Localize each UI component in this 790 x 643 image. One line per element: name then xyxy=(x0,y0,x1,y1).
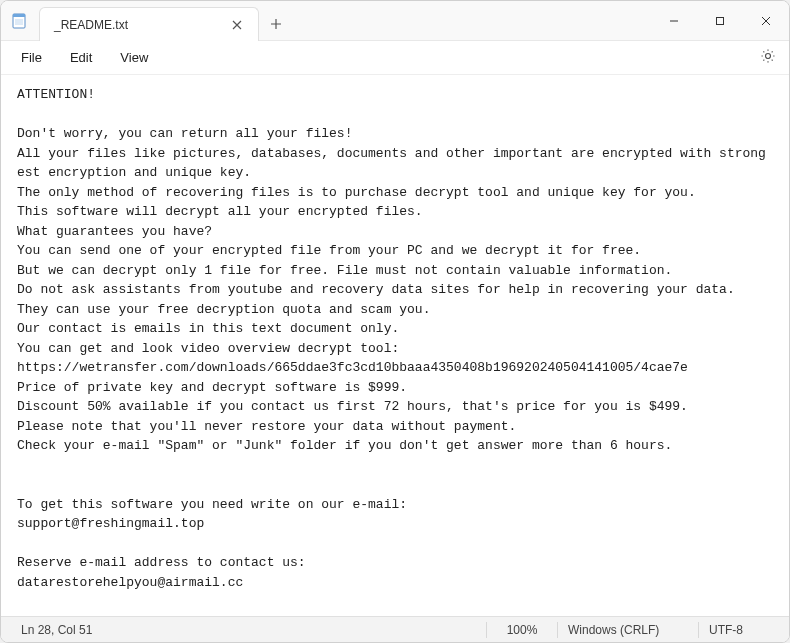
menu-file[interactable]: File xyxy=(7,44,56,71)
close-window-button[interactable] xyxy=(743,1,789,40)
titlebar: _README.txt xyxy=(1,1,789,41)
close-tab-button[interactable] xyxy=(226,14,248,36)
status-encoding: UTF-8 xyxy=(699,623,779,637)
status-position: Ln 28, Col 51 xyxy=(11,623,102,637)
menubar: File Edit View xyxy=(1,41,789,75)
statusbar: Ln 28, Col 51 100% Windows (CRLF) UTF-8 xyxy=(1,616,789,642)
svg-rect-5 xyxy=(717,17,724,24)
menu-view[interactable]: View xyxy=(106,44,162,71)
minimize-button[interactable] xyxy=(651,1,697,40)
status-zoom: 100% xyxy=(487,623,557,637)
notepad-icon xyxy=(1,1,37,40)
settings-button[interactable] xyxy=(753,43,783,73)
maximize-button[interactable] xyxy=(697,1,743,40)
text-area[interactable]: ATTENTION! Don't worry, you can return a… xyxy=(1,75,789,616)
new-tab-button[interactable] xyxy=(259,7,293,40)
titlebar-drag-area[interactable] xyxy=(293,1,651,40)
status-line-ending: Windows (CRLF) xyxy=(558,623,698,637)
window-controls xyxy=(651,1,789,40)
menu-edit[interactable]: Edit xyxy=(56,44,106,71)
notepad-window: _README.txt File Edit View xyxy=(0,0,790,643)
file-tab[interactable]: _README.txt xyxy=(39,7,259,41)
tab-title: _README.txt xyxy=(54,18,226,32)
gear-icon xyxy=(760,48,776,68)
svg-rect-1 xyxy=(13,14,25,17)
